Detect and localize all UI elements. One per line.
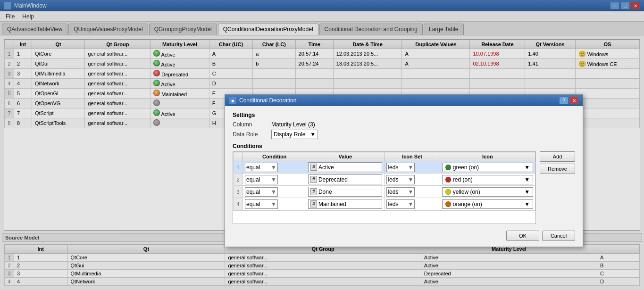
iconset-arrow: ▼ bbox=[408, 176, 413, 183]
cancel-button[interactable]: Cancel bbox=[542, 231, 575, 241]
cond-col-value[interactable]: Value bbox=[306, 152, 385, 161]
cond-cell-iconset: leds ▼ bbox=[385, 161, 440, 174]
cond-cell-condition: equal ▼ bbox=[243, 174, 306, 186]
cond-cell-condition: equal ▼ bbox=[243, 198, 306, 210]
cond-cell-condition: equal ▼ bbox=[243, 186, 306, 198]
add-remove-buttons: Add Remove bbox=[540, 151, 575, 174]
value-field: # Active bbox=[308, 162, 382, 172]
cond-row-number: 3 bbox=[234, 186, 243, 198]
dialog-icon: ■ bbox=[229, 97, 236, 104]
ok-button[interactable]: OK bbox=[506, 231, 539, 241]
conditional-decoration-dialog: ■ Conditional Decoration ? ✕ Settings Co… bbox=[225, 94, 583, 247]
condition-row[interactable]: 2 equal ▼ # Deprecated leds ▼ bbox=[234, 174, 535, 186]
condition-select[interactable]: equal ▼ bbox=[245, 175, 278, 184]
cond-cell-value: # Done bbox=[306, 186, 385, 198]
iconset-select[interactable]: leds ▼ bbox=[386, 175, 415, 184]
cond-empty-area bbox=[233, 210, 535, 224]
cond-cell-icon: orange (on) ▼ bbox=[440, 198, 535, 210]
cond-cell-condition: equal ▼ bbox=[243, 161, 306, 174]
cond-row-number: 1 bbox=[234, 161, 243, 174]
condition-arrow: ▼ bbox=[271, 164, 276, 171]
value-btn[interactable]: # bbox=[310, 188, 317, 195]
icon-circle bbox=[445, 189, 451, 195]
data-role-row: Data Role Display Role ▼ bbox=[233, 130, 575, 139]
conditions-heading: Conditions bbox=[233, 143, 575, 149]
conditions-table-wrap: Condition Value Icon Set Icon 1 equal ▼ bbox=[233, 151, 536, 224]
iconset-arrow: ▼ bbox=[408, 164, 413, 171]
dialog-help-button[interactable]: ? bbox=[559, 97, 569, 104]
condition-select[interactable]: equal ▼ bbox=[245, 163, 278, 172]
cond-cell-value: # Deprecated bbox=[306, 174, 385, 186]
icon-arrow: ▼ bbox=[524, 189, 530, 195]
data-role-value: Display Role bbox=[274, 131, 305, 138]
icon-display[interactable]: green (on) ▼ bbox=[442, 163, 533, 172]
condition-row[interactable]: 4 equal ▼ # Maintained leds ▼ bbox=[234, 198, 535, 210]
dialog-title: Conditional Decoration bbox=[239, 97, 296, 104]
value-field: # Deprecated bbox=[308, 174, 382, 184]
icon-arrow: ▼ bbox=[524, 201, 530, 207]
value-btn[interactable]: # bbox=[310, 200, 317, 207]
dialog-close-button[interactable]: ✕ bbox=[569, 97, 579, 104]
icon-circle bbox=[445, 177, 451, 182]
value-field: # Done bbox=[308, 187, 382, 197]
data-role-arrow: ▼ bbox=[310, 131, 316, 138]
value-btn[interactable]: # bbox=[310, 164, 317, 171]
cond-cell-iconset: leds ▼ bbox=[385, 174, 440, 186]
column-label: Column bbox=[233, 121, 266, 128]
cond-cell-icon: green (on) ▼ bbox=[440, 161, 535, 174]
cond-row-number: 2 bbox=[234, 174, 243, 186]
add-button[interactable]: Add bbox=[540, 151, 575, 162]
settings-heading: Settings bbox=[233, 112, 575, 118]
icon-label: orange (on) bbox=[453, 201, 482, 207]
dialog-body: Settings Column Maturity Level (3) Data … bbox=[225, 106, 583, 247]
cond-cell-icon: yellow (on) ▼ bbox=[440, 186, 535, 198]
iconset-select[interactable]: leds ▼ bbox=[386, 199, 415, 209]
column-row: Column Maturity Level (3) bbox=[233, 121, 575, 128]
icon-circle bbox=[445, 165, 451, 170]
icon-arrow: ▼ bbox=[524, 164, 530, 171]
condition-arrow: ▼ bbox=[271, 176, 276, 183]
cond-cell-icon: red (on) ▼ bbox=[440, 174, 535, 186]
icon-label: red (on) bbox=[453, 176, 473, 183]
dialog-controls: ? ✕ bbox=[559, 97, 579, 104]
icon-display[interactable]: red (on) ▼ bbox=[442, 175, 533, 184]
data-role-select[interactable]: Display Role ▼ bbox=[271, 130, 318, 139]
iconset-arrow: ▼ bbox=[408, 201, 413, 207]
cond-cell-value: # Maintained bbox=[306, 198, 385, 210]
icon-label: yellow (on) bbox=[453, 189, 480, 195]
dialog-title-bar: ■ Conditional Decoration ? ✕ bbox=[225, 95, 583, 106]
condition-row[interactable]: 3 equal ▼ # Done leds ▼ bbox=[234, 186, 535, 198]
cond-cell-iconset: leds ▼ bbox=[385, 198, 440, 210]
condition-arrow: ▼ bbox=[271, 189, 276, 195]
remove-button[interactable]: Remove bbox=[540, 164, 575, 174]
icon-display[interactable]: orange (on) ▼ bbox=[442, 199, 533, 209]
iconset-select[interactable]: leds ▼ bbox=[386, 163, 415, 172]
cond-col-num bbox=[234, 152, 243, 161]
dialog-action-buttons: OK Cancel bbox=[233, 231, 575, 241]
cond-row-number: 4 bbox=[234, 198, 243, 210]
cond-col-condition[interactable]: Condition bbox=[243, 152, 306, 161]
column-value: Maturity Level (3) bbox=[271, 121, 315, 128]
condition-select[interactable]: equal ▼ bbox=[245, 187, 278, 197]
condition-row[interactable]: 1 equal ▼ # Active leds ▼ bbox=[234, 161, 535, 174]
icon-circle bbox=[445, 201, 451, 207]
conditions-area: Condition Value Icon Set Icon 1 equal ▼ bbox=[233, 151, 575, 224]
condition-select[interactable]: equal ▼ bbox=[245, 199, 278, 209]
data-role-label: Data Role bbox=[233, 131, 266, 138]
cond-col-iconset[interactable]: Icon Set bbox=[385, 152, 440, 161]
iconset-select[interactable]: leds ▼ bbox=[386, 187, 415, 197]
cond-col-icon[interactable]: Icon bbox=[440, 152, 535, 161]
icon-label: green (on) bbox=[453, 164, 479, 171]
cond-cell-value: # Active bbox=[306, 161, 385, 174]
icon-display[interactable]: yellow (on) ▼ bbox=[442, 187, 533, 197]
cond-cell-iconset: leds ▼ bbox=[385, 186, 440, 198]
iconset-arrow: ▼ bbox=[408, 189, 413, 195]
value-btn[interactable]: # bbox=[310, 176, 317, 183]
icon-arrow: ▼ bbox=[524, 176, 530, 183]
conditions-table: Condition Value Icon Set Icon 1 equal ▼ bbox=[233, 152, 535, 210]
condition-arrow: ▼ bbox=[271, 201, 276, 207]
value-field: # Maintained bbox=[308, 199, 382, 209]
